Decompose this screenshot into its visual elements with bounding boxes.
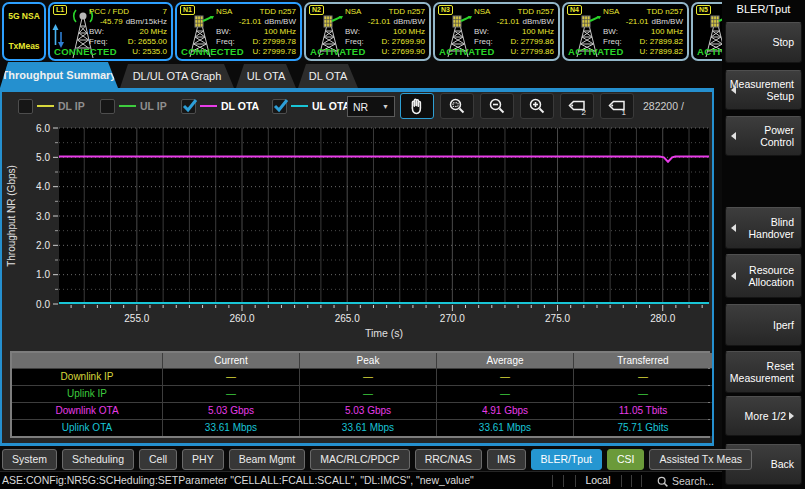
tab-dlul-ota-graph[interactable]: DL/UL OTA Graph: [120, 64, 234, 88]
tab-throughput-summary[interactable]: Throughput Summary: [0, 62, 118, 88]
blind-handover-button[interactable]: Blind Handover: [725, 207, 802, 249]
row-label-downlink-ip: Downlink IP: [12, 369, 162, 385]
cell-power: -21.01: [626, 17, 649, 27]
iperf-button[interactable]: Iperf: [725, 304, 802, 346]
marker-2-button[interactable]: 2: [560, 93, 594, 119]
dl-ip-color-swatch: [37, 105, 54, 107]
cell-band: TDD n257: [518, 7, 554, 17]
bottom-tab-beam-mgmt[interactable]: Beam Mgmt: [229, 449, 306, 470]
uplink-downlink-arrows-icon: [52, 21, 64, 49]
cell-badge: N2: [309, 5, 324, 15]
bottom-tab-cell[interactable]: Cell: [139, 449, 177, 470]
bottom-tab-ims[interactable]: IMS: [487, 449, 526, 470]
bw-label: BW:: [89, 27, 104, 37]
resource-allocation-button[interactable]: Resource Allocation: [725, 254, 802, 298]
throughput-chart-svg: 0.01.02.03.04.05.06.0255.0260.0265.0270.…: [2, 120, 714, 351]
table-header-blank: [12, 353, 162, 368]
zoom-in-button[interactable]: [520, 93, 554, 119]
cell-power: -21.01: [368, 17, 391, 27]
zoom-out-button[interactable]: [480, 93, 514, 119]
legend-checkbox-ul-ip[interactable]: [100, 99, 115, 114]
cell-panel-n4[interactable]: N4 NSATDD n257 -21.01dBm/BW BW:100 MHz F…: [562, 2, 689, 61]
cell-panel-summary[interactable]: 5G NSA TxMeas: [2, 2, 46, 61]
bw-label: BW:: [345, 27, 360, 37]
cell-type: NSA: [345, 7, 361, 17]
measurement-area: Throughput Summary DL/UL OTA Graph UL OT…: [0, 62, 714, 446]
status-bar: ASE:CONFig:NR5G:SCHeduling:SETParameter …: [0, 471, 722, 489]
bw-label: BW:: [474, 27, 489, 37]
svg-text:6.0: 6.0: [36, 123, 50, 134]
flyout-arrow-icon: [731, 272, 736, 280]
cell-value: 33.61 Mbps: [437, 420, 573, 436]
bw-value: 100 MHz: [651, 27, 683, 37]
checkmark-icon: [182, 98, 198, 114]
measurement-setup-button[interactable]: Measurement Setup: [725, 70, 802, 110]
table-header-current: Current: [163, 353, 299, 368]
svg-text:5.0: 5.0: [36, 152, 50, 163]
search-icon: [656, 475, 669, 488]
bottom-tab-rrc-nas[interactable]: RRC/NAS: [415, 449, 482, 470]
cell-power: -45.79: [100, 17, 123, 27]
freq-ul: U: 27899.82: [639, 47, 683, 57]
bottom-tab-csi[interactable]: CSI: [607, 449, 645, 470]
cell-panel-n3[interactable]: N3 NSATDD n257 -21.01dBm/BW BW:100 MHz F…: [433, 2, 560, 61]
bottom-tab-assisted-tx-meas[interactable]: Assisted Tx Meas: [649, 449, 752, 470]
bottom-tab-scheduling[interactable]: Scheduling: [62, 449, 134, 470]
throughput-chart[interactable]: 0.01.02.03.04.05.06.0255.0260.0265.0270.…: [2, 120, 714, 351]
bottom-tab-phy[interactable]: PHY: [182, 449, 224, 470]
flyout-arrow-icon: [731, 86, 736, 94]
svg-text:255.0: 255.0: [124, 313, 149, 324]
bottom-bar: System Scheduling Cell PHY Beam Mgmt MAC…: [0, 446, 722, 489]
cell-value: —: [300, 369, 436, 385]
freq-dl: D: 27799.86: [510, 37, 554, 47]
dl-ota-color-swatch: [200, 105, 217, 107]
cell-panel-l1[interactable]: L1 PCC / FDD7 -45.79dBm/15kHz BW:20: [48, 2, 173, 61]
search-box[interactable]: Search...: [656, 473, 722, 489]
svg-text:2.0: 2.0: [36, 240, 50, 251]
power-control-button[interactable]: Power Control: [725, 116, 802, 156]
tab-ul-ota[interactable]: UL OTA: [236, 64, 296, 88]
stop-button[interactable]: Stop: [725, 22, 802, 63]
legend-checkbox-dl-ip[interactable]: [18, 99, 33, 114]
cell-band: TDD n257: [647, 7, 683, 17]
svg-text:0.0: 0.0: [36, 299, 50, 310]
cell-value: 33.61 Mbps: [300, 420, 436, 436]
flyout-arrow-icon: [731, 224, 736, 232]
more-pages-button[interactable]: More 1/2: [725, 396, 802, 436]
summary-txmeas-label: TxMeas: [4, 41, 44, 51]
cell-value: —: [163, 369, 299, 385]
legend-checkbox-ul-ota[interactable]: [272, 99, 287, 114]
marker-1-button[interactable]: 1: [600, 93, 634, 119]
bottom-tab-mac-rlc-pdcp[interactable]: MAC/RLC/PDCP: [310, 449, 409, 470]
softkey-sidebar: BLER/Tput Stop Measurement Setup Power C…: [722, 0, 805, 489]
cell-band: 7: [163, 7, 167, 17]
cell-status: CONNECTED: [181, 46, 244, 57]
flyout-arrow-icon: [731, 132, 736, 140]
svg-text:Throughput NR (Gbps): Throughput NR (Gbps): [6, 165, 17, 267]
bottom-tab-system[interactable]: System: [2, 449, 57, 470]
cell-panel-n5[interactable]: N5 ACTIVATED: [691, 2, 722, 61]
legend-label: UL OTA: [312, 100, 350, 112]
tab-dl-ota[interactable]: DL OTA: [298, 64, 358, 88]
cell-panel-n2[interactable]: N2 NSATDD n257 -21.01dBm/BW BW:100 MHz F…: [304, 2, 431, 61]
zoom-window-button[interactable]: [440, 93, 474, 119]
freq-ul: U: 27999.78: [252, 47, 296, 57]
cell-status: CONNECTED: [54, 46, 117, 57]
freq-dl: D: 27999.78: [252, 37, 296, 47]
reset-measurement-button[interactable]: Reset Measurement: [725, 351, 802, 393]
rat-selected-value: NR: [353, 101, 368, 113]
bw-value: 100 MHz: [264, 27, 296, 37]
bottom-tab-bler-tput[interactable]: BLER/Tput: [531, 449, 602, 470]
more-arrow-icon: [789, 412, 794, 420]
table-header-peak: Peak: [300, 353, 436, 368]
cell-panel-n1[interactable]: N1 NSATDD n257 -21.01dBm/BW BW:100 MHz F…: [175, 2, 302, 61]
rat-select-dropdown[interactable]: NR ▼: [347, 96, 395, 117]
svg-text:2: 2: [582, 108, 587, 116]
legend-checkbox-dl-ota[interactable]: [181, 99, 196, 114]
svg-text:4.0: 4.0: [36, 181, 50, 192]
svg-text:280.0: 280.0: [650, 313, 675, 324]
cell-value: 4.91 Gbps: [437, 403, 573, 419]
pan-button[interactable]: [400, 93, 434, 119]
freq-dl: D: 27699.90: [381, 37, 425, 47]
bw-label: BW:: [603, 27, 618, 37]
